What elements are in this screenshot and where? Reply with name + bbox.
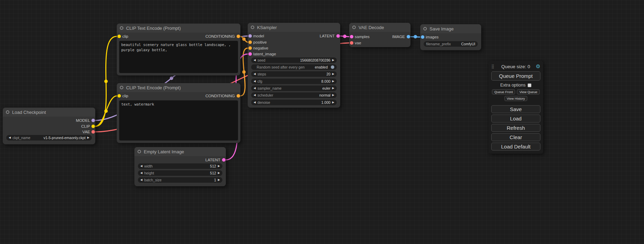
decrement-arrow-icon[interactable]: ◀: [254, 94, 256, 97]
input-slot-images[interactable]: [421, 35, 424, 39]
decrement-arrow-icon[interactable]: ◀: [140, 165, 142, 168]
load-default-button[interactable]: Load Default: [491, 143, 540, 151]
decrement-arrow-icon[interactable]: ◀: [140, 172, 142, 174]
node-title-bar[interactable]: VAE Decode: [349, 23, 411, 32]
toggle-indicator[interactable]: [331, 65, 334, 69]
widget-label: ckpt_name: [12, 136, 30, 140]
output-slot-latent[interactable]: [222, 158, 226, 162]
input-label-clip: clip: [122, 34, 128, 39]
load-button[interactable]: Load: [491, 115, 540, 123]
widget-value: ComfyUI: [461, 42, 475, 46]
node-title-bar[interactable]: Save Image: [420, 24, 481, 33]
node-clip-text-encode-negative[interactable]: CLIP Text Encode (Prompt) clip CONDITION…: [117, 83, 240, 143]
queue-prompt-button[interactable]: Queue Prompt: [491, 71, 540, 81]
queue-panel[interactable]: ⣿ Queue size: 0 ⚙ Queue Prompt Extra opt…: [488, 61, 543, 154]
view-queue-button[interactable]: View Queue: [517, 89, 540, 94]
collapse-dot-icon[interactable]: [120, 86, 123, 89]
node-ksampler[interactable]: KSampler model positive negative latent_…: [248, 23, 340, 108]
widget-label: denoise: [257, 100, 270, 105]
decrement-arrow-icon[interactable]: ◀: [254, 80, 256, 83]
increment-arrow-icon[interactable]: ▶: [218, 165, 220, 168]
increment-arrow-icon[interactable]: ▶: [332, 94, 334, 97]
increment-arrow-icon[interactable]: ▶: [332, 101, 334, 104]
output-slot-conditioning[interactable]: [237, 94, 240, 98]
widget-filename-prefix[interactable]: filename_prefix ComfyUI: [424, 41, 478, 47]
widget-value: 156680208700286: [300, 58, 330, 62]
collapse-dot-icon[interactable]: [423, 27, 427, 30]
increment-arrow-icon[interactable]: ▶: [332, 59, 334, 62]
input-slot-clip[interactable]: [117, 94, 121, 98]
widget-sampler-name[interactable]: ◀ sampler_name euler ▶: [251, 85, 337, 91]
collapse-dot-icon[interactable]: [251, 26, 254, 29]
node-title-bar[interactable]: CLIP Text Encode (Prompt): [117, 83, 240, 92]
node-title-bar[interactable]: KSampler: [248, 23, 340, 32]
input-slot-samples[interactable]: [350, 35, 353, 38]
node-title: CLIP Text Encode (Prompt): [126, 26, 181, 31]
view-history-button[interactable]: View History: [504, 96, 528, 101]
clear-button[interactable]: Clear: [491, 133, 540, 141]
output-slot-conditioning[interactable]: [237, 35, 240, 38]
widget-random-seed-toggle[interactable]: Random seed after every gen enabled: [251, 64, 337, 70]
drag-handle-icon[interactable]: ⣿: [491, 64, 494, 69]
output-slot-latent[interactable]: [336, 34, 340, 38]
node-empty-latent-image[interactable]: Empty Latent Image LATENT ◀ width 512 ▶ …: [134, 147, 226, 186]
input-slot-positive[interactable]: [248, 40, 252, 44]
widget-scheduler[interactable]: ◀ scheduler normal ▶: [251, 92, 337, 98]
node-load-checkpoint[interactable]: Load Checkpoint MODEL CLIP VAE ◀ ckpt_na…: [3, 108, 95, 144]
queue-front-button[interactable]: Queue Front: [492, 89, 515, 94]
input-slot-latent-image[interactable]: [248, 52, 252, 56]
decrement-arrow-icon[interactable]: ◀: [254, 73, 256, 75]
node-title-bar[interactable]: CLIP Text Encode (Prompt): [117, 24, 240, 33]
widget-height[interactable]: ◀ height 512 ▶: [138, 170, 222, 176]
output-slot-clip[interactable]: [91, 125, 95, 128]
input-slot-model[interactable]: [248, 34, 252, 38]
increment-arrow-icon[interactable]: ▶: [332, 73, 334, 75]
increment-arrow-icon[interactable]: ▶: [332, 80, 334, 83]
collapse-dot-icon[interactable]: [120, 26, 123, 30]
widget-ckpt-name[interactable]: ◀ ckpt_name v1-5-pruned-emaonly.ckpt ▶: [6, 135, 92, 141]
save-button[interactable]: Save: [491, 105, 540, 113]
collapse-dot-icon[interactable]: [352, 26, 356, 29]
widget-label: steps: [257, 72, 266, 76]
input-slot-negative[interactable]: [248, 46, 252, 50]
widget-label: scheduler: [257, 93, 273, 97]
widget-width[interactable]: ◀ width 512 ▶: [138, 163, 222, 169]
node-graph-canvas[interactable]: Load Checkpoint MODEL CLIP VAE ◀ ckpt_na…: [0, 0, 644, 244]
widget-steps[interactable]: ◀ steps 20 ▶: [251, 71, 337, 77]
input-slot-vae[interactable]: [350, 41, 353, 45]
decrement-arrow-icon[interactable]: ◀: [140, 179, 142, 181]
decrement-arrow-icon[interactable]: ◀: [254, 59, 256, 62]
output-label-vae: VAE: [82, 129, 90, 134]
node-title: Save Image: [430, 26, 453, 31]
collapse-dot-icon[interactable]: [6, 110, 9, 114]
settings-gear-icon[interactable]: ⚙: [536, 63, 540, 70]
widget-batch-size[interactable]: ◀ batch_size 1 ▶: [138, 177, 222, 183]
prompt-textarea[interactable]: beautiful scenery nature glass bottle la…: [119, 41, 238, 73]
decrement-arrow-icon[interactable]: ◀: [254, 101, 256, 104]
node-vae-decode[interactable]: VAE Decode samples vae IMAGE: [349, 23, 411, 47]
widget-label: Random seed after every gen: [257, 65, 305, 69]
node-title-bar[interactable]: Load Checkpoint: [3, 108, 95, 117]
widget-denoise[interactable]: ◀ denoise 1.000 ▶: [251, 100, 337, 105]
node-title-bar[interactable]: Empty Latent Image: [134, 147, 226, 156]
queue-panel-header: ⣿ Queue size: 0 ⚙: [491, 63, 540, 70]
node-clip-text-encode-positive[interactable]: CLIP Text Encode (Prompt) clip CONDITION…: [117, 24, 240, 75]
increment-arrow-icon[interactable]: ▶: [87, 136, 89, 139]
refresh-button[interactable]: Refresh: [491, 124, 540, 132]
output-slot-vae[interactable]: [91, 130, 95, 134]
decrement-arrow-icon[interactable]: ◀: [9, 136, 11, 139]
output-label-clip: CLIP: [81, 124, 90, 129]
widget-seed[interactable]: ◀ seed 156680208700286 ▶: [251, 57, 337, 63]
widget-cfg[interactable]: ◀ cfg 8.000 ▶: [251, 79, 337, 84]
extra-options-checkbox[interactable]: [528, 83, 531, 87]
increment-arrow-icon[interactable]: ▶: [332, 87, 334, 90]
output-slot-image[interactable]: [407, 35, 410, 38]
decrement-arrow-icon[interactable]: ◀: [254, 87, 256, 90]
output-slot-model[interactable]: [91, 119, 95, 122]
increment-arrow-icon[interactable]: ▶: [218, 179, 220, 181]
increment-arrow-icon[interactable]: ▶: [218, 172, 220, 174]
collapse-dot-icon[interactable]: [138, 150, 141, 153]
input-slot-clip[interactable]: [117, 35, 121, 38]
node-save-image[interactable]: Save Image images filename_prefix ComfyU…: [420, 24, 481, 50]
prompt-textarea[interactable]: text, watermark: [119, 100, 238, 141]
